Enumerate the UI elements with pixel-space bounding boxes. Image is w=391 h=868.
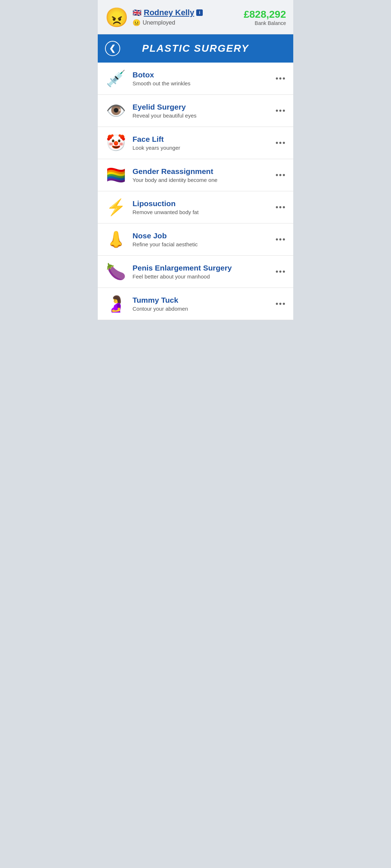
page-title: PLASTIC SURGERY xyxy=(120,43,271,54)
surgery-description: Look years younger xyxy=(133,145,272,151)
surgery-item[interactable]: ⚡ Liposuction Remove unwanted body fat •… xyxy=(98,191,293,224)
surgery-info: Liposuction Remove unwanted body fat xyxy=(133,199,272,215)
status-text: Unemployed xyxy=(143,20,175,26)
more-options-icon[interactable]: ••• xyxy=(272,74,286,83)
surgery-icon: 👃 xyxy=(105,230,127,249)
flag-icon: 🇬🇧 xyxy=(133,8,142,17)
header-right: £828,292 Bank Balance xyxy=(244,9,286,26)
surgery-info: Nose Job Refine your facial aesthetic xyxy=(133,231,272,247)
surgery-icon: 🏳️‍🌈 xyxy=(105,166,127,184)
surgery-item[interactable]: 🤰 Tummy Tuck Contour your abdomen ••• xyxy=(98,288,293,320)
surgery-description: Contour your abdomen xyxy=(133,306,272,312)
surgery-item[interactable]: 👃 Nose Job Refine your facial aesthetic … xyxy=(98,224,293,256)
surgery-description: Feel better about your manhood xyxy=(133,273,272,280)
surgery-item[interactable]: 🏳️‍🌈 Gender Reassignment Your body and i… xyxy=(98,159,293,191)
more-options-icon[interactable]: ••• xyxy=(272,170,286,180)
back-arrow-icon: ❮ xyxy=(109,44,115,52)
surgery-name: Botox xyxy=(133,71,272,79)
surgery-name: Eyelid Surgery xyxy=(133,103,272,111)
surgery-description: Reveal your beautiful eyes xyxy=(133,112,272,119)
footer-area xyxy=(98,320,293,465)
surgery-info: Gender Reassignment Your body and identi… xyxy=(133,167,272,183)
title-bar: ❮ PLASTIC SURGERY xyxy=(98,34,293,63)
back-button[interactable]: ❮ xyxy=(105,41,120,56)
surgery-icon: 🤰 xyxy=(105,294,127,313)
surgery-info: Tummy Tuck Contour your abdomen xyxy=(133,296,272,312)
surgery-description: Smooth out the wrinkles xyxy=(133,80,272,86)
more-options-icon[interactable]: ••• xyxy=(272,235,286,244)
info-badge[interactable]: i xyxy=(196,9,203,16)
more-options-icon[interactable]: ••• xyxy=(272,106,286,115)
balance-amount: £828,292 xyxy=(244,9,286,20)
surgery-icon: 🍆 xyxy=(105,262,127,281)
header-left: 😠 🇬🇧 Rodney Kelly i 😐 Unemployed xyxy=(105,6,203,29)
surgery-name: Liposuction xyxy=(133,199,272,208)
more-options-icon[interactable]: ••• xyxy=(272,138,286,148)
surgery-icon: 💉 xyxy=(105,69,127,88)
surgery-info: Penis Enlargement Surgery Feel better ab… xyxy=(133,264,272,280)
more-options-icon[interactable]: ••• xyxy=(272,203,286,212)
surgery-name: Tummy Tuck xyxy=(133,296,272,305)
surgery-item[interactable]: 👁️ Eyelid Surgery Reveal your beautiful … xyxy=(98,95,293,127)
surgery-list: 💉 Botox Smooth out the wrinkles ••• 👁️ E… xyxy=(98,63,293,320)
surgery-info: Eyelid Surgery Reveal your beautiful eye… xyxy=(133,103,272,119)
surgery-description: Your body and identity become one xyxy=(133,177,272,183)
header: 😠 🇬🇧 Rodney Kelly i 😐 Unemployed £828,29… xyxy=(98,0,293,34)
balance-label: Bank Balance xyxy=(244,20,286,26)
surgery-name: Gender Reassignment xyxy=(133,167,272,176)
surgery-description: Remove unwanted body fat xyxy=(133,209,272,215)
surgery-info: Botox Smooth out the wrinkles xyxy=(133,71,272,86)
status-emoji: 😐 xyxy=(133,19,140,27)
surgery-icon: ⚡ xyxy=(105,198,127,217)
surgery-description: Refine your facial aesthetic xyxy=(133,241,272,247)
surgery-item[interactable]: 💉 Botox Smooth out the wrinkles ••• xyxy=(98,63,293,95)
surgery-item[interactable]: 🍆 Penis Enlargement Surgery Feel better … xyxy=(98,256,293,288)
user-info: 🇬🇧 Rodney Kelly i 😐 Unemployed xyxy=(133,8,203,27)
surgery-name: Face Lift xyxy=(133,135,272,144)
more-options-icon[interactable]: ••• xyxy=(272,267,286,276)
surgery-name: Nose Job xyxy=(133,231,272,240)
more-options-icon[interactable]: ••• xyxy=(272,299,286,309)
surgery-name: Penis Enlargement Surgery xyxy=(133,264,272,272)
surgery-info: Face Lift Look years younger xyxy=(133,135,272,151)
surgery-icon: 👁️ xyxy=(105,101,127,120)
user-name-row: 🇬🇧 Rodney Kelly i xyxy=(133,8,203,17)
surgery-icon: 🤡 xyxy=(105,133,127,152)
user-name[interactable]: Rodney Kelly xyxy=(144,8,194,17)
surgery-item[interactable]: 🤡 Face Lift Look years younger ••• xyxy=(98,127,293,159)
status-row: 😐 Unemployed xyxy=(133,19,203,27)
avatar: 😠 xyxy=(105,6,128,29)
